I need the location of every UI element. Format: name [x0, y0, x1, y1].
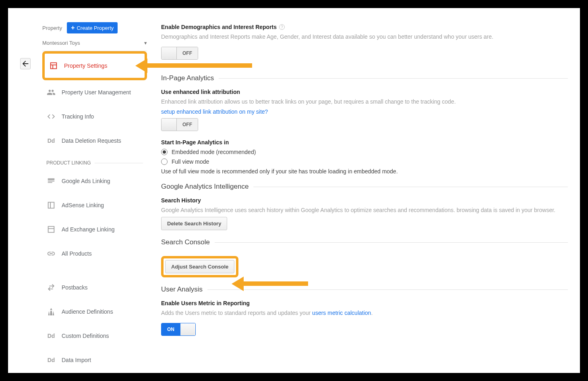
- create-property-label: Create Property: [77, 25, 114, 31]
- nav-label: Property Settings: [64, 62, 107, 69]
- link-icon: [46, 249, 56, 258]
- panel-icon: [49, 61, 58, 71]
- nav-tracking-info[interactable]: Tracking Info: [42, 104, 147, 129]
- radio-label: Full view mode: [172, 158, 209, 165]
- nav-label: All Products: [62, 250, 92, 257]
- nav-user-management[interactable]: Property User Management: [42, 80, 147, 104]
- radio-icon: [161, 158, 168, 165]
- highlight-property-settings: Property Settings: [42, 51, 147, 80]
- demographics-title: Enable Demographics and Interest Reports: [161, 24, 277, 30]
- nav-data-deletion[interactable]: Dd Data Deletion Requests: [42, 129, 147, 153]
- dropdown-caret-icon: ▾: [144, 40, 147, 46]
- help-icon[interactable]: ?: [279, 24, 285, 30]
- selected-property-name: Montessori Toys: [42, 40, 80, 46]
- start-inpage-title: Start In-Page Analytics in: [161, 139, 568, 146]
- users-metric-link[interactable]: users metric calculation: [312, 310, 371, 316]
- radio-icon: [161, 149, 168, 155]
- section-user-analysis: User Analysis: [161, 285, 568, 294]
- section-product-linking: PRODUCT LINKING: [42, 153, 147, 169]
- nav-label: Postbacks: [62, 284, 88, 291]
- dd-icon: Dd: [46, 355, 56, 365]
- postbacks-icon: [46, 283, 56, 292]
- nav-label: Audience Definitions: [62, 308, 113, 315]
- back-button[interactable]: [20, 58, 31, 69]
- toggle-label: OFF: [177, 47, 198, 59]
- toggle-knob: [161, 47, 177, 59]
- nav-adexchange-linking[interactable]: Ad Exchange Linking: [42, 217, 147, 242]
- nav-all-products[interactable]: All Products: [42, 242, 147, 266]
- plus-icon: +: [71, 24, 75, 31]
- search-history-desc: Google Analytics Intelligence uses searc…: [161, 206, 568, 214]
- radio-embedded[interactable]: Embedded mode (recommended): [161, 149, 568, 155]
- nav-label: Ad Exchange Linking: [62, 226, 115, 233]
- nav-audience-definitions[interactable]: Audience Definitions: [42, 300, 147, 324]
- nav-label: Google Ads Linking: [62, 178, 110, 184]
- code-icon: [46, 112, 56, 121]
- adjust-search-console-button[interactable]: Adjust Search Console: [165, 260, 234, 273]
- dd-icon: Dd: [46, 136, 56, 146]
- nav-ads-linking[interactable]: Google Ads Linking: [42, 169, 147, 193]
- adexchange-icon: [46, 225, 56, 234]
- delete-search-history-button[interactable]: Delete Search History: [161, 217, 227, 230]
- nav-label: AdSense Linking: [62, 202, 104, 208]
- radio-full-view[interactable]: Full view mode: [161, 158, 568, 165]
- section-inpage-analytics: In-Page Analytics: [161, 74, 568, 82]
- users-metric-toggle[interactable]: ON: [161, 323, 196, 336]
- property-sidebar: Property + Create Property Montessori To…: [42, 22, 147, 372]
- users-metric-desc: Adds the Users metric to standard report…: [161, 309, 568, 317]
- radio-label: Embedded mode (recommended): [172, 149, 256, 155]
- nav-data-import[interactable]: Dd Data Import: [42, 348, 147, 372]
- nav-label: Property User Management: [62, 89, 131, 96]
- demographics-desc: Demographics and Interest Reports make A…: [161, 33, 568, 41]
- ads-icon: [46, 176, 56, 186]
- property-label: Property: [42, 25, 62, 31]
- nav-property-settings[interactable]: Property Settings: [45, 54, 145, 78]
- toggle-label: OFF: [177, 119, 198, 131]
- dd-icon: Dd: [46, 331, 56, 341]
- nav-postbacks[interactable]: Postbacks: [42, 275, 147, 300]
- link-attribution-setup-link[interactable]: setup enhanced link attribution on my si…: [161, 108, 568, 115]
- nav-label: Tracking Info: [62, 113, 94, 120]
- nav-adsense-linking[interactable]: AdSense Linking: [42, 193, 147, 217]
- section-search-console: Search Console: [161, 238, 568, 246]
- back-arrow-icon: [21, 59, 30, 68]
- toggle-knob: [180, 323, 195, 335]
- audience-icon: [46, 307, 56, 316]
- link-attribution-title: Use enhanced link attribution: [161, 89, 568, 95]
- adsense-icon: [46, 200, 56, 210]
- link-attribution-toggle[interactable]: OFF: [161, 118, 198, 131]
- nav-custom-definitions[interactable]: Dd Custom Definitions: [42, 324, 147, 348]
- demographics-toggle[interactable]: OFF: [161, 47, 198, 60]
- search-history-title: Search History: [161, 197, 568, 204]
- users-metric-title: Enable Users Metric in Reporting: [161, 300, 568, 306]
- nav-label: Data Deletion Requests: [62, 137, 121, 144]
- full-view-note: Use of full view mode is recommended onl…: [161, 168, 568, 175]
- toggle-knob: [161, 119, 177, 131]
- section-ga-intelligence: Google Analytics Intelligence: [161, 183, 568, 191]
- users-icon: [46, 87, 56, 97]
- link-attribution-desc: Enhanced link attribution allows us to b…: [161, 98, 568, 106]
- highlight-adjust-search-console: Adjust Search Console: [161, 256, 238, 277]
- toggle-label: ON: [161, 323, 180, 335]
- nav-label: Custom Definitions: [62, 333, 109, 339]
- settings-content: Enable Demographics and Interest Reports…: [161, 22, 568, 342]
- create-property-button[interactable]: + Create Property: [67, 22, 118, 33]
- property-selector[interactable]: Montessori Toys ▾: [42, 37, 147, 51]
- nav-label: Data Import: [62, 357, 91, 363]
